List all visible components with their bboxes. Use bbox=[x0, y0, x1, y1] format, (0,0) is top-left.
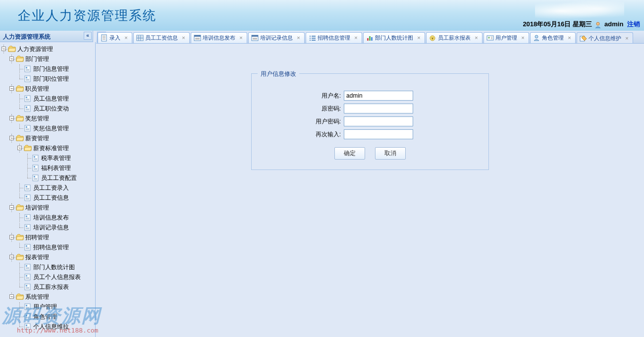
tree-label: 员工个人信息报表 bbox=[33, 273, 81, 281]
tree-label: 报表管理 bbox=[25, 253, 49, 262]
confirm-label: 再次输入: bbox=[262, 130, 344, 139]
tab-close-icon[interactable]: × bbox=[520, 35, 526, 41]
lines-icon bbox=[251, 34, 259, 42]
tab-close-icon[interactable]: × bbox=[567, 35, 572, 41]
tree-folder[interactable]: −培训管理 bbox=[0, 203, 93, 213]
tree-leaf[interactable]: 员工工资配置 bbox=[0, 173, 93, 183]
tab-培训信息发布[interactable]: 培训信息发布× bbox=[191, 32, 247, 43]
document-icon bbox=[24, 283, 32, 290]
tree-leaf[interactable]: 部门信息管理 bbox=[0, 64, 93, 74]
tree-folder[interactable]: −薪资管理 bbox=[0, 133, 93, 143]
user-icon bbox=[594, 21, 601, 28]
tab-label: 角色管理 bbox=[542, 34, 564, 42]
tree-leaf[interactable]: 部门职位管理 bbox=[0, 74, 93, 84]
tree-label: 招聘管理 bbox=[25, 233, 49, 242]
tree-leaf[interactable]: 奖惩信息管理 bbox=[0, 123, 93, 133]
tab-close-icon[interactable]: × bbox=[296, 35, 301, 41]
folder-open-icon bbox=[16, 56, 24, 62]
tree-leaf[interactable]: 员工工资录入 bbox=[0, 183, 93, 193]
confirm-input[interactable] bbox=[344, 129, 413, 139]
tab-close-icon[interactable]: × bbox=[181, 35, 186, 41]
tree-label: 税率表管理 bbox=[41, 154, 71, 163]
tree-folder[interactable]: −奖惩管理 bbox=[0, 113, 93, 123]
tree-folder[interactable]: −报表管理 bbox=[0, 252, 93, 262]
tree-label: 福利表管理 bbox=[41, 164, 71, 172]
tab-close-icon[interactable]: × bbox=[123, 35, 129, 41]
tree-leaf[interactable]: 培训信息发布 bbox=[0, 213, 93, 223]
tree-label: 用户管理 bbox=[33, 303, 57, 311]
tree-folder[interactable]: −职员管理 bbox=[0, 84, 93, 94]
logout-link[interactable]: 注销 bbox=[627, 20, 640, 28]
tab-close-icon[interactable]: × bbox=[416, 35, 422, 41]
tab-label: 招聘信息管理 bbox=[318, 34, 350, 42]
tab-部门人数统计图[interactable]: 部门人数统计图× bbox=[363, 32, 425, 43]
sidebar: 人力资源管理系统 « −人力资源管理−部门管理部门信息管理部门职位管理−职员管理… bbox=[0, 31, 93, 337]
folder-open-icon bbox=[16, 115, 24, 122]
tree-leaf[interactable]: 税率表管理 bbox=[0, 153, 93, 163]
ok-button[interactable]: 确定 bbox=[334, 147, 365, 160]
tree-leaf[interactable]: 福利表管理 bbox=[0, 163, 93, 173]
tab-角色管理[interactable]: 角色管理× bbox=[530, 32, 576, 43]
cancel-button[interactable]: 取消 bbox=[375, 147, 406, 160]
tree-leaf[interactable]: 部门人数统计图 bbox=[0, 262, 93, 272]
tree-folder[interactable]: −薪资标准管理 bbox=[0, 143, 93, 153]
document-icon bbox=[32, 155, 40, 162]
tab-close-icon[interactable]: × bbox=[474, 35, 479, 41]
tab-招聘信息管理[interactable]: 招聘信息管理× bbox=[306, 32, 362, 43]
tree-folder[interactable]: −招聘管理 bbox=[0, 232, 93, 242]
tree-label: 个人信息维拉 bbox=[33, 323, 69, 331]
current-date: 2018年05月16日 星期三 bbox=[523, 20, 591, 28]
folder-open-icon bbox=[16, 254, 24, 261]
role-icon bbox=[533, 34, 540, 42]
money-icon bbox=[429, 34, 436, 42]
tree-label: 员工职位变动 bbox=[33, 105, 69, 113]
grid-icon bbox=[136, 34, 144, 42]
tree-leaf[interactable]: 员工信息管理 bbox=[0, 94, 93, 104]
tree-label: 员工工资配置 bbox=[41, 174, 77, 182]
tab-close-icon[interactable]: × bbox=[624, 36, 630, 41]
tab-用户管理[interactable]: 用户管理× bbox=[483, 32, 529, 43]
tree-leaf[interactable]: 员工职位变动 bbox=[0, 104, 93, 113]
list-icon bbox=[309, 34, 316, 42]
folder-open-icon bbox=[8, 46, 16, 53]
oldpwd-input[interactable] bbox=[344, 104, 413, 113]
document-icon bbox=[24, 323, 32, 330]
newpwd-input[interactable] bbox=[344, 116, 413, 126]
tab-录入[interactable]: 录入× bbox=[98, 32, 132, 43]
document-icon bbox=[24, 194, 32, 201]
tab-close-icon[interactable]: × bbox=[238, 35, 244, 41]
sidebar-collapse-button[interactable]: « bbox=[84, 32, 92, 40]
main-area: ◄ 录入×员工工资信息×培训信息发布×培训记录信息×招聘信息管理×部门人数统计图… bbox=[96, 31, 644, 337]
app-header: 企业人力资源管理系统 2018年05月16日 星期三 admin 注销 bbox=[0, 0, 644, 31]
tab-label: 员工工资信息 bbox=[145, 34, 178, 42]
sidebar-splitter[interactable] bbox=[93, 42, 96, 337]
doc-icon bbox=[101, 34, 108, 42]
tree-folder[interactable]: −部门管理 bbox=[0, 54, 93, 64]
tree-leaf[interactable]: 角色管理 bbox=[0, 312, 93, 322]
tree-folder[interactable]: −人力资源管理 bbox=[0, 44, 93, 54]
tree-leaf[interactable]: 员工薪水报表 bbox=[0, 282, 93, 292]
user-card-icon bbox=[486, 34, 494, 42]
tree-leaf[interactable]: 员工工资信息 bbox=[0, 193, 93, 203]
tree-leaf[interactable]: 员工个人信息报表 bbox=[0, 272, 93, 282]
username-label: 用户名: bbox=[262, 92, 344, 100]
tree-leaf[interactable]: 招聘信息管理 bbox=[0, 242, 93, 252]
tree-leaf[interactable]: 个人信息维拉 bbox=[0, 322, 93, 332]
tree-leaf[interactable]: 培训记录信息 bbox=[0, 223, 93, 232]
tab-个人信息维护[interactable]: 个人信息维护× bbox=[577, 32, 633, 44]
tree-folder[interactable]: −系统管理 bbox=[0, 292, 93, 302]
tab-close-icon[interactable]: × bbox=[353, 35, 359, 41]
tab-员工薪水报表[interactable]: 员工薪水报表× bbox=[426, 32, 483, 43]
tree-leaf[interactable]: 用户管理 bbox=[0, 302, 93, 312]
document-icon bbox=[32, 174, 40, 181]
username-input[interactable] bbox=[344, 91, 413, 101]
document-icon bbox=[24, 184, 32, 191]
tab-label: 培训信息发布 bbox=[203, 34, 235, 42]
tab-员工工资信息[interactable]: 员工工资信息× bbox=[133, 32, 190, 43]
tree-label: 系统管理 bbox=[25, 293, 49, 301]
tree-label: 人力资源管理 bbox=[17, 45, 53, 54]
folder-open-icon bbox=[16, 135, 24, 142]
user-info-fieldset: 用户信息修改 用户名: 原密码: 用户密码: 再次输入: 确定 取消 bbox=[251, 73, 489, 170]
tab-培训记录信息[interactable]: 培训记录信息× bbox=[248, 32, 305, 43]
document-icon bbox=[24, 313, 32, 320]
